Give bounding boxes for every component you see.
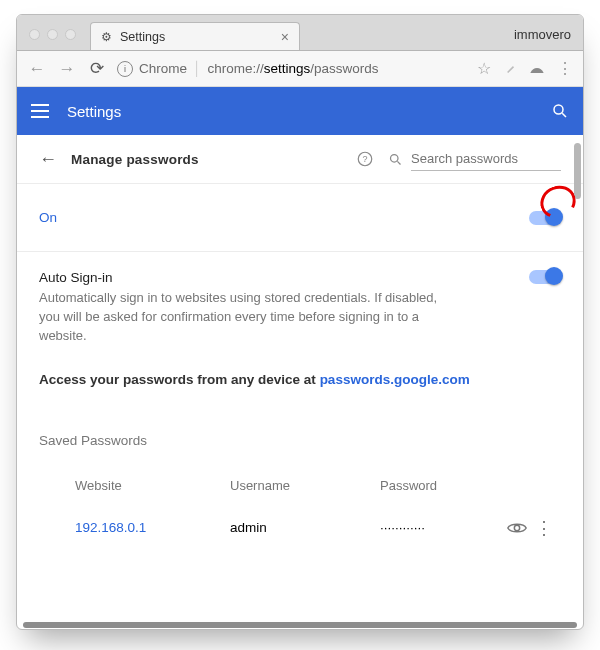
remote-passwords-prefix: Access your passwords from any device at bbox=[39, 372, 320, 387]
cell-password: ············ bbox=[380, 520, 500, 535]
col-password: Password bbox=[380, 478, 500, 493]
saved-passwords-title: Saved Passwords bbox=[17, 427, 583, 460]
search-icon[interactable] bbox=[551, 102, 569, 120]
help-icon[interactable]: ? bbox=[356, 150, 374, 168]
extension-icon[interactable] bbox=[529, 63, 545, 75]
auto-signin-row: Auto Sign-in Automatically sign in to we… bbox=[17, 252, 583, 364]
remote-passwords-row: Access your passwords from any device at… bbox=[17, 364, 583, 427]
svg-point-6 bbox=[514, 525, 519, 530]
auto-signin-title: Auto Sign-in bbox=[39, 270, 459, 285]
content-area: ← Manage passwords ? On Auto Sign-in Aut… bbox=[17, 135, 583, 630]
back-arrow-icon[interactable]: ← bbox=[39, 149, 57, 170]
search-passwords-icon[interactable] bbox=[388, 152, 403, 167]
url-suffix: /passwords bbox=[310, 61, 378, 76]
window-controls bbox=[25, 29, 82, 50]
offer-save-toggle[interactable] bbox=[529, 211, 561, 225]
remote-passwords-link[interactable]: passwords.google.com bbox=[320, 372, 470, 387]
wand-icon[interactable] bbox=[503, 62, 517, 76]
site-info-icon[interactable]: i bbox=[117, 61, 133, 77]
browser-tab-settings[interactable]: ⚙ Settings × bbox=[90, 22, 300, 50]
svg-line-1 bbox=[562, 113, 566, 117]
browser-window: ⚙ Settings × immovero ← → ⟳ i Chrome │ c… bbox=[16, 14, 584, 630]
app-bar-title: Settings bbox=[67, 103, 121, 120]
auto-signin-description: Automatically sign in to websites using … bbox=[39, 289, 459, 346]
close-tab-icon[interactable]: × bbox=[281, 29, 289, 45]
url-strong: settings bbox=[264, 61, 311, 76]
search-passwords-input[interactable] bbox=[411, 147, 561, 171]
close-window-icon[interactable] bbox=[29, 29, 40, 40]
table-header: Website Username Password bbox=[17, 460, 583, 509]
forward-button: → bbox=[57, 59, 77, 79]
url-prefix: chrome:// bbox=[207, 61, 263, 76]
profile-name[interactable]: immovero bbox=[514, 27, 575, 42]
svg-point-0 bbox=[554, 105, 563, 114]
cell-website[interactable]: 192.168.0.1 bbox=[75, 520, 230, 535]
subheader: ← Manage passwords ? bbox=[17, 135, 583, 184]
table-row: 192.168.0.1 admin ············ ⋮ bbox=[17, 509, 583, 549]
minimize-window-icon[interactable] bbox=[47, 29, 58, 40]
svg-point-4 bbox=[391, 154, 399, 162]
back-button[interactable]: ← bbox=[27, 59, 47, 79]
browser-menu-icon[interactable]: ⋮ bbox=[557, 59, 573, 78]
url-scheme-label: Chrome bbox=[139, 61, 187, 76]
col-website: Website bbox=[75, 478, 230, 493]
reveal-password-icon[interactable] bbox=[507, 521, 527, 535]
tab-strip: ⚙ Settings × immovero bbox=[17, 15, 583, 51]
offer-save-row: On bbox=[17, 184, 583, 252]
auto-signin-toggle[interactable] bbox=[529, 270, 561, 284]
col-username: Username bbox=[230, 478, 380, 493]
vertical-scrollbar[interactable] bbox=[574, 143, 581, 199]
menu-icon[interactable] bbox=[31, 104, 49, 118]
reload-button[interactable]: ⟳ bbox=[87, 58, 107, 79]
tab-title: Settings bbox=[120, 30, 165, 44]
page-title: Manage passwords bbox=[71, 152, 199, 167]
toolbar: ← → ⟳ i Chrome │ chrome://settings/passw… bbox=[17, 51, 583, 87]
gear-icon: ⚙ bbox=[101, 30, 112, 44]
row-menu-icon[interactable]: ⋮ bbox=[527, 517, 561, 539]
cell-username: admin bbox=[230, 520, 380, 535]
svg-line-5 bbox=[397, 161, 400, 164]
offer-save-label: On bbox=[39, 210, 57, 225]
bookmark-icon[interactable]: ☆ bbox=[477, 59, 491, 78]
svg-text:?: ? bbox=[362, 154, 367, 164]
omnibox[interactable]: i Chrome │ chrome://settings/passwords bbox=[117, 61, 467, 77]
zoom-window-icon[interactable] bbox=[65, 29, 76, 40]
horizontal-scrollbar[interactable] bbox=[23, 622, 577, 628]
app-bar: Settings bbox=[17, 87, 583, 135]
